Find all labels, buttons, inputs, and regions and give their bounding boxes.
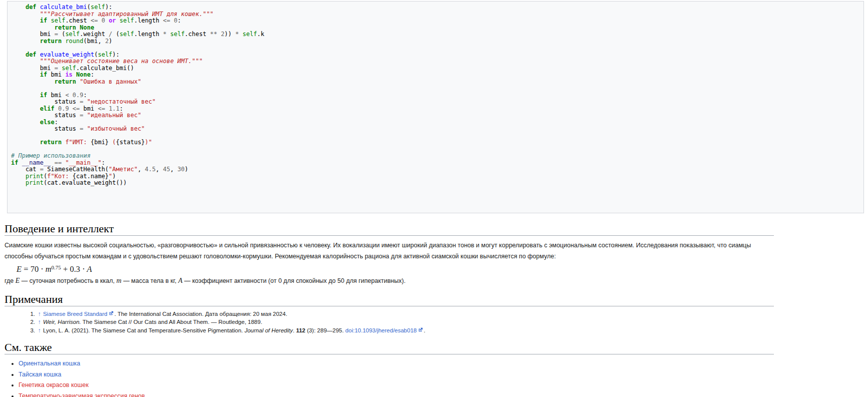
code-token: <= (163, 17, 170, 24)
article-content: def calculate_bmi(self): """Рассчитывает… (0, 1, 868, 397)
code-token (11, 139, 40, 146)
code-token (51, 159, 54, 166)
code-token (11, 92, 40, 99)
backref-arrow-link[interactable]: ↑ (38, 319, 42, 325)
code-token: if (40, 71, 47, 78)
code-token: 45 (163, 166, 170, 173)
text-segment: E (17, 264, 22, 274)
code-token: def (26, 4, 37, 11)
code-token: status (11, 125, 80, 132)
section-heading-notes: Примечания (5, 293, 774, 306)
code-token (84, 125, 87, 132)
code-token: self (120, 31, 134, 38)
code-token: self (51, 17, 65, 24)
code-token: "__main__" (65, 159, 101, 166)
code-token: : (177, 17, 181, 24)
code-token: return (40, 38, 62, 45)
text-segment: The Siamese Cat // Our Cats and All Abou… (81, 319, 262, 325)
text-segment: — суточная потребность в ккал, (20, 277, 116, 284)
code-token: print (26, 179, 44, 186)
text-segment: + 0.3 ⋅ (61, 264, 87, 274)
code-token (11, 58, 40, 65)
code-token: self (98, 51, 112, 58)
code-token: , (138, 166, 145, 173)
code-token: return (55, 24, 76, 31)
code-token: is (65, 71, 72, 78)
code-token: 0 (102, 17, 105, 24)
code-token: bmi (80, 105, 98, 112)
code-token: __name__ (22, 159, 51, 166)
code-token: ** (210, 31, 217, 38)
code-token: elif (40, 105, 55, 112)
code-token: .weight (80, 31, 109, 38)
reference-number: 3. (28, 326, 35, 334)
text-segment: (3): 289—295. (305, 327, 345, 333)
text-segment: 112 (296, 327, 305, 333)
code-token: self (62, 65, 76, 72)
energy-formula: E = 70 ⋅ m0.75 + 0.3 ⋅ A (17, 264, 868, 275)
text-segment: Journal of Heredity (244, 327, 293, 333)
code-token: ( (58, 31, 65, 38)
code-token: 30 (177, 166, 184, 173)
code-token (84, 112, 87, 119)
code-token: f"ИМТ: (65, 139, 91, 146)
external-link[interactable]: Siamese Breed Standard (43, 311, 108, 317)
code-token: ): (105, 4, 112, 11)
code-token: ) (112, 173, 116, 180)
code-token: bmi (11, 31, 55, 38)
code-token (11, 71, 40, 78)
code-token (11, 38, 40, 45)
code-token: (cat.evaluate_weight()) (44, 179, 127, 186)
backref-arrow-link[interactable]: ↑ (38, 327, 42, 333)
code-token: SiameseCatHealth( (44, 166, 109, 173)
reference-item: 2.↑ Weir, Harrison. The Siamese Cat // O… (28, 318, 868, 326)
references-list: 1.↑ Siamese Breed Standard. The Internat… (28, 310, 868, 334)
see-also-red-link[interactable]: Температурно-зависимая экспрессия генов (19, 392, 145, 397)
code-token (11, 119, 40, 126)
code-token: if (40, 17, 47, 24)
code-token: .chest (65, 17, 91, 24)
external-link-icon (109, 310, 114, 318)
code-token: evaluate_weight (40, 51, 94, 58)
code-token: , (170, 166, 177, 173)
code-token: * (163, 31, 166, 38)
code-token: .k (257, 31, 264, 38)
code-token: : (102, 159, 105, 166)
code-token: or (109, 17, 116, 24)
code-token (98, 17, 101, 24)
code-token (73, 71, 76, 78)
code-token: .length (134, 31, 163, 38)
text-segment: где (5, 277, 16, 284)
code-token (239, 31, 242, 38)
code-token (55, 105, 58, 112)
code-token: ( (87, 4, 91, 11)
code-token: .calculate_bmi() (76, 65, 134, 72)
see-also-link[interactable]: Ориентальная кошка (19, 360, 80, 367)
see-also-link[interactable]: Тайская кошка (19, 371, 61, 378)
behavior-paragraph: Сиамские кошки известны высокой социальн… (5, 240, 778, 262)
code-token (69, 92, 73, 99)
see-also-red-link[interactable]: Генетика окрасов кошек (19, 381, 89, 388)
backref-arrow-link[interactable]: ↑ (38, 311, 42, 317)
code-token: def (26, 51, 37, 58)
code-token: cat (11, 166, 40, 173)
formula-legend: где E — суточная потребность в ккал, m —… (5, 275, 778, 286)
code-token: 4.5 (145, 166, 156, 173)
code-token: """Рассчитывает адаптированный ИМТ для к… (40, 11, 214, 18)
code-token: if (40, 92, 47, 99)
code-token: 0.9 (73, 92, 84, 99)
code-token: # Пример использования (11, 152, 91, 159)
code-token (11, 173, 26, 180)
code-token (84, 98, 87, 105)
code-token: self (65, 31, 80, 38)
code-token (11, 4, 26, 11)
code-token: self (170, 31, 185, 38)
code-token: ): (112, 51, 119, 58)
code-token: = (80, 112, 83, 119)
code-token: round (65, 38, 83, 45)
code-token: 0.9 (58, 105, 69, 112)
code-token: ) (185, 166, 188, 173)
external-link[interactable]: doi:10.1093/jhered/esab018 (345, 327, 417, 333)
code-token: ( (109, 139, 116, 146)
code-token: == (55, 159, 62, 166)
